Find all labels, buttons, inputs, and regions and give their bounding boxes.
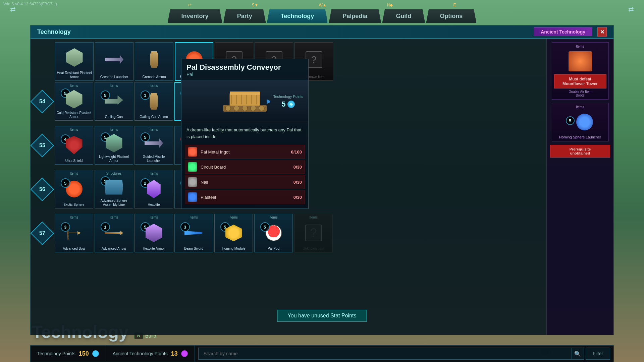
card-beam-sword[interactable]: Items 3 Beam Sword <box>174 214 213 252</box>
nail-icon <box>188 177 197 187</box>
svg-rect-16 <box>230 92 260 95</box>
svg-marker-2 <box>77 231 81 235</box>
tab-guild[interactable]: Guild <box>382 9 425 23</box>
tooltip-title: Pal Disassembly Conveyor <box>186 63 303 72</box>
tech-points-value: 150 <box>79 350 89 357</box>
material-pal-ingot: Pal Metal Ingot 0/100 <box>185 145 305 159</box>
compass-sw: ⟳ <box>188 3 192 7</box>
card-cold-resistant[interactable]: Items 5 Cold Resistant Plasteel Armor <box>55 82 93 121</box>
card-exotic-sphere[interactable]: Items 5 Exotic Sphere <box>55 170 93 208</box>
compass-e: E <box>453 3 456 7</box>
plasteel-icon <box>188 192 197 202</box>
ancient-points-value: 13 <box>171 350 178 357</box>
card-ultra-shield[interactable]: Items 4 Ultra Shield <box>55 126 93 165</box>
svg-point-6 <box>242 106 248 111</box>
level-56-diamond: 56 <box>31 177 54 201</box>
compass: ⟳ S▼ W▲ N◆ E <box>188 3 456 7</box>
tech-currency-icon <box>92 350 99 357</box>
card-pal-pod[interactable]: Items 5 Pal Pod <box>254 214 293 252</box>
filter-button[interactable]: Filter <box>586 348 610 360</box>
homing-sphere-icon <box>576 114 593 130</box>
search-input[interactable] <box>198 348 572 360</box>
nav-swap-right[interactable]: ⇄ <box>628 5 634 13</box>
ancient-points-label: Ancient Technology Points <box>113 351 168 356</box>
tab-party[interactable]: Party <box>223 9 266 23</box>
tech-icon <box>287 101 295 108</box>
svg-rect-9 <box>230 93 260 106</box>
ancient-points-stat: Ancient Technology Points 13 <box>106 346 195 362</box>
card-heat-resistant[interactable]: Heat Resistant Plasteel Armor <box>55 42 94 81</box>
search-button[interactable]: 🔍 <box>572 348 584 360</box>
card-lightweight-armor[interactable]: Items 5 Lightweight Plasteel Armor <box>95 126 133 165</box>
armor-icon <box>66 48 83 67</box>
pal-ingot-icon <box>188 147 197 157</box>
material-nail: Nail 0/30 <box>185 175 305 189</box>
svg-marker-17 <box>267 99 270 104</box>
tooltip-image: Technology Points 5 <box>181 80 308 123</box>
boots-label: Double Air ItemBoots <box>569 90 591 97</box>
compass-w: W▲ <box>319 3 327 7</box>
tooltip-overlay: Pal Disassembly Conveyor Pal <box>181 59 309 209</box>
card-advanced-bow[interactable]: Items 3 Advanced Bow <box>55 214 93 252</box>
tooltip-header: Pal Disassembly Conveyor Pal <box>181 59 308 80</box>
must-defeat-button[interactable]: Must defeatMoonflower Tower <box>554 74 606 88</box>
svg-point-4 <box>225 106 231 111</box>
right-panel: Items Must defeatMoonflower Tower Double… <box>546 39 613 335</box>
unknown-icon: ? <box>305 225 322 241</box>
tab-technology[interactable]: Technology <box>267 9 328 23</box>
level-57-diamond: 57 <box>31 221 54 245</box>
tab-options[interactable]: Options <box>426 9 476 23</box>
ancient-currency-icon <box>181 350 188 357</box>
svg-point-7 <box>251 106 256 111</box>
level-54-diamond: 54 <box>31 89 54 113</box>
tab-palpedia[interactable]: Palpedia <box>329 9 381 23</box>
material-circuit-board: Circuit Board 0/30 <box>185 160 305 174</box>
card-advanced-arrow[interactable]: Items 1 Advanced Arrow <box>95 214 133 252</box>
level-57-row: 57 Items 3 Advanced Bow <box>34 214 543 252</box>
tech-content: Heat Resistant Plasteel Armor Grenade La… <box>31 39 613 335</box>
prereq-button[interactable]: Prerequisiteunobtained <box>550 145 610 158</box>
panel-header: Technology Ancient Technology ✕ <box>31 25 613 39</box>
conveyor-image <box>220 86 270 117</box>
compass-n: N◆ <box>387 3 393 7</box>
circuit-board-icon <box>188 162 197 172</box>
tooltip-subtitle: Pal <box>186 72 303 77</box>
top-right-icon <box>567 50 594 73</box>
grenade-launcher-icon <box>105 54 123 65</box>
tooltip-description: A dream-like facility that automatically… <box>181 123 308 143</box>
material-plasteel: Plasteel 0/30 <box>185 190 305 204</box>
compass-s: S▼ <box>252 3 259 7</box>
svg-marker-18 <box>289 102 293 106</box>
tech-points-label: Technology Points <box>37 351 75 356</box>
homing-sphere-icon-area: 5 <box>567 110 594 134</box>
tech-points-stat: Technology Points 150 <box>31 346 106 362</box>
close-button[interactable]: ✕ <box>597 27 607 37</box>
card-homing-module[interactable]: Items 5 Homing Module <box>214 214 253 252</box>
svg-point-5 <box>234 106 239 111</box>
card-unknown-57[interactable]: Items ? Unknown Item <box>294 214 333 252</box>
card-gatling-gun[interactable]: Items 5 Gatling Gun <box>95 82 133 121</box>
panel-title: Technology <box>37 28 71 36</box>
notification-bar: You have unused Stat Points <box>277 310 367 322</box>
card-grenade-ammo[interactable]: Grenade Ammo <box>135 42 173 81</box>
card-guided-missile[interactable]: Items 5 Guided Missile Launcher <box>135 126 173 165</box>
tooltip-tech-cost: Technology Points 5 <box>273 95 303 109</box>
grenade-ammo-icon <box>148 51 161 68</box>
card-sphere-assembly[interactable]: Structures 5 Advanced Sphere Assembly Li… <box>95 170 133 208</box>
card-hexolite-armor[interactable]: Items 5 Hexolite Armor <box>135 214 173 252</box>
shield-icon <box>66 136 83 155</box>
svg-point-8 <box>259 106 264 111</box>
card-gatling-ammo[interactable]: Items 1 Gatling Gun Ammo <box>135 82 173 121</box>
bottom-bar: Technology Points 150 Ancient Technology… <box>30 345 614 362</box>
card-hexolite[interactable]: Items 2 Hexolite <box>135 170 173 208</box>
assembly-icon <box>105 180 123 195</box>
card-grenade-launcher[interactable]: Grenade Launcher <box>95 42 133 81</box>
tab-inventory[interactable]: Inventory <box>168 9 222 23</box>
homing-sphere-card[interactable]: Items 5 Homing Sphere Launcher <box>552 103 609 141</box>
level-55-diamond: 55 <box>31 133 54 157</box>
must-defeat-card: Items Must defeatMoonflower Tower Double… <box>552 42 609 100</box>
ancient-tech-badge: Ancient Technology <box>534 27 592 36</box>
version-text: Win S v0.4.12.64723(FBC7...) <box>3 2 57 6</box>
tab-bar: Inventory Party Technology Palpedia Guil… <box>168 9 477 23</box>
main-panel: Technology Ancient Technology ✕ Heat Res… <box>30 25 614 335</box>
